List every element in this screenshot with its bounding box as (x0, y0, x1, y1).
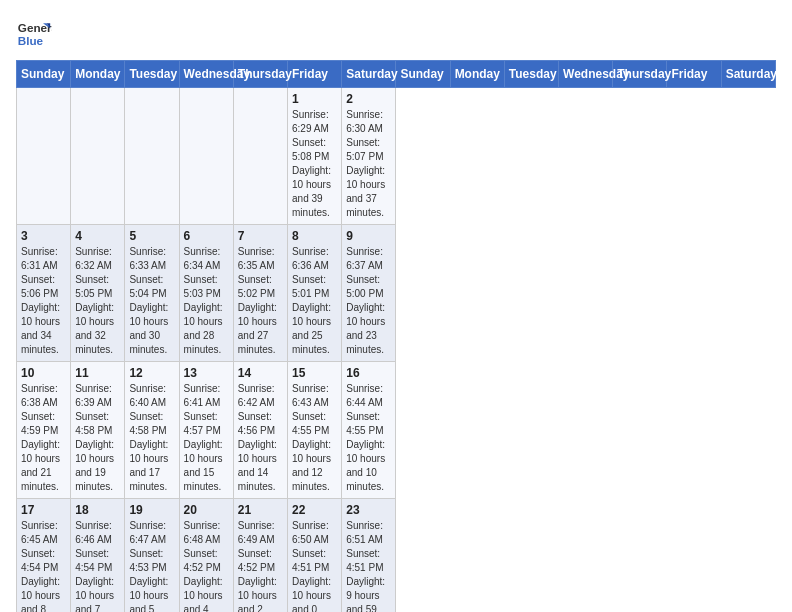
header: General Blue (16, 16, 776, 52)
day-number: 10 (21, 366, 66, 380)
weekday-header: Friday (288, 61, 342, 88)
day-number: 12 (129, 366, 174, 380)
calendar-cell (71, 88, 125, 225)
day-info: Sunrise: 6:38 AMSunset: 4:59 PMDaylight:… (21, 382, 66, 494)
calendar-cell: 16Sunrise: 6:44 AMSunset: 4:55 PMDayligh… (342, 362, 396, 499)
day-number: 5 (129, 229, 174, 243)
day-info: Sunrise: 6:37 AMSunset: 5:00 PMDaylight:… (346, 245, 391, 357)
calendar-cell: 20Sunrise: 6:48 AMSunset: 4:52 PMDayligh… (179, 499, 233, 613)
calendar-cell: 17Sunrise: 6:45 AMSunset: 4:54 PMDayligh… (17, 499, 71, 613)
day-number: 16 (346, 366, 391, 380)
weekday-header: Sunday (396, 61, 450, 88)
calendar-cell: 1Sunrise: 6:29 AMSunset: 5:08 PMDaylight… (288, 88, 342, 225)
calendar-cell: 8Sunrise: 6:36 AMSunset: 5:01 PMDaylight… (288, 225, 342, 362)
calendar-cell: 14Sunrise: 6:42 AMSunset: 4:56 PMDayligh… (233, 362, 287, 499)
day-info: Sunrise: 6:39 AMSunset: 4:58 PMDaylight:… (75, 382, 120, 494)
day-info: Sunrise: 6:42 AMSunset: 4:56 PMDaylight:… (238, 382, 283, 494)
day-number: 1 (292, 92, 337, 106)
day-number: 4 (75, 229, 120, 243)
calendar-cell: 19Sunrise: 6:47 AMSunset: 4:53 PMDayligh… (125, 499, 179, 613)
calendar-week-row: 1Sunrise: 6:29 AMSunset: 5:08 PMDaylight… (17, 88, 776, 225)
day-info: Sunrise: 6:48 AMSunset: 4:52 PMDaylight:… (184, 519, 229, 612)
calendar-cell: 5Sunrise: 6:33 AMSunset: 5:04 PMDaylight… (125, 225, 179, 362)
day-info: Sunrise: 6:41 AMSunset: 4:57 PMDaylight:… (184, 382, 229, 494)
day-number: 19 (129, 503, 174, 517)
calendar-week-row: 10Sunrise: 6:38 AMSunset: 4:59 PMDayligh… (17, 362, 776, 499)
weekday-header: Wednesday (559, 61, 613, 88)
day-info: Sunrise: 6:47 AMSunset: 4:53 PMDaylight:… (129, 519, 174, 612)
day-number: 22 (292, 503, 337, 517)
day-info: Sunrise: 6:29 AMSunset: 5:08 PMDaylight:… (292, 108, 337, 220)
day-number: 2 (346, 92, 391, 106)
day-number: 6 (184, 229, 229, 243)
day-info: Sunrise: 6:35 AMSunset: 5:02 PMDaylight:… (238, 245, 283, 357)
weekday-header: Tuesday (504, 61, 558, 88)
day-number: 3 (21, 229, 66, 243)
weekday-header: Monday (450, 61, 504, 88)
weekday-header: Monday (71, 61, 125, 88)
weekday-header: Saturday (721, 61, 775, 88)
calendar-cell: 7Sunrise: 6:35 AMSunset: 5:02 PMDaylight… (233, 225, 287, 362)
weekday-header: Thursday (233, 61, 287, 88)
day-info: Sunrise: 6:43 AMSunset: 4:55 PMDaylight:… (292, 382, 337, 494)
day-info: Sunrise: 6:36 AMSunset: 5:01 PMDaylight:… (292, 245, 337, 357)
weekday-header: Thursday (613, 61, 667, 88)
day-number: 20 (184, 503, 229, 517)
day-number: 15 (292, 366, 337, 380)
calendar-cell: 3Sunrise: 6:31 AMSunset: 5:06 PMDaylight… (17, 225, 71, 362)
calendar-week-row: 17Sunrise: 6:45 AMSunset: 4:54 PMDayligh… (17, 499, 776, 613)
logo: General Blue (16, 16, 52, 52)
day-info: Sunrise: 6:34 AMSunset: 5:03 PMDaylight:… (184, 245, 229, 357)
calendar-cell (179, 88, 233, 225)
calendar-cell: 18Sunrise: 6:46 AMSunset: 4:54 PMDayligh… (71, 499, 125, 613)
day-info: Sunrise: 6:50 AMSunset: 4:51 PMDaylight:… (292, 519, 337, 612)
calendar-cell: 21Sunrise: 6:49 AMSunset: 4:52 PMDayligh… (233, 499, 287, 613)
calendar-cell: 4Sunrise: 6:32 AMSunset: 5:05 PMDaylight… (71, 225, 125, 362)
calendar-cell: 11Sunrise: 6:39 AMSunset: 4:58 PMDayligh… (71, 362, 125, 499)
day-info: Sunrise: 6:31 AMSunset: 5:06 PMDaylight:… (21, 245, 66, 357)
weekday-header: Saturday (342, 61, 396, 88)
calendar-header-row: SundayMondayTuesdayWednesdayThursdayFrid… (17, 61, 776, 88)
day-number: 14 (238, 366, 283, 380)
day-info: Sunrise: 6:32 AMSunset: 5:05 PMDaylight:… (75, 245, 120, 357)
day-info: Sunrise: 6:40 AMSunset: 4:58 PMDaylight:… (129, 382, 174, 494)
weekday-header: Tuesday (125, 61, 179, 88)
day-number: 23 (346, 503, 391, 517)
day-number: 13 (184, 366, 229, 380)
day-info: Sunrise: 6:45 AMSunset: 4:54 PMDaylight:… (21, 519, 66, 612)
calendar-table: SundayMondayTuesdayWednesdayThursdayFrid… (16, 60, 776, 612)
day-info: Sunrise: 6:46 AMSunset: 4:54 PMDaylight:… (75, 519, 120, 612)
svg-text:Blue: Blue (18, 34, 44, 47)
day-number: 8 (292, 229, 337, 243)
calendar-cell: 15Sunrise: 6:43 AMSunset: 4:55 PMDayligh… (288, 362, 342, 499)
calendar-cell: 22Sunrise: 6:50 AMSunset: 4:51 PMDayligh… (288, 499, 342, 613)
calendar-cell: 9Sunrise: 6:37 AMSunset: 5:00 PMDaylight… (342, 225, 396, 362)
calendar-week-row: 3Sunrise: 6:31 AMSunset: 5:06 PMDaylight… (17, 225, 776, 362)
calendar-cell: 12Sunrise: 6:40 AMSunset: 4:58 PMDayligh… (125, 362, 179, 499)
calendar-cell: 2Sunrise: 6:30 AMSunset: 5:07 PMDaylight… (342, 88, 396, 225)
calendar-cell: 23Sunrise: 6:51 AMSunset: 4:51 PMDayligh… (342, 499, 396, 613)
day-number: 18 (75, 503, 120, 517)
day-info: Sunrise: 6:44 AMSunset: 4:55 PMDaylight:… (346, 382, 391, 494)
day-number: 21 (238, 503, 283, 517)
day-info: Sunrise: 6:51 AMSunset: 4:51 PMDaylight:… (346, 519, 391, 612)
calendar-cell: 6Sunrise: 6:34 AMSunset: 5:03 PMDaylight… (179, 225, 233, 362)
calendar-cell (17, 88, 71, 225)
day-info: Sunrise: 6:30 AMSunset: 5:07 PMDaylight:… (346, 108, 391, 220)
day-info: Sunrise: 6:33 AMSunset: 5:04 PMDaylight:… (129, 245, 174, 357)
weekday-header: Wednesday (179, 61, 233, 88)
svg-text:General: General (18, 21, 52, 34)
weekday-header: Friday (667, 61, 721, 88)
calendar-cell: 13Sunrise: 6:41 AMSunset: 4:57 PMDayligh… (179, 362, 233, 499)
calendar-cell (125, 88, 179, 225)
day-number: 7 (238, 229, 283, 243)
day-number: 9 (346, 229, 391, 243)
day-number: 17 (21, 503, 66, 517)
calendar-cell: 10Sunrise: 6:38 AMSunset: 4:59 PMDayligh… (17, 362, 71, 499)
weekday-header: Sunday (17, 61, 71, 88)
day-number: 11 (75, 366, 120, 380)
calendar-cell (233, 88, 287, 225)
day-info: Sunrise: 6:49 AMSunset: 4:52 PMDaylight:… (238, 519, 283, 612)
logo-icon: General Blue (16, 16, 52, 52)
